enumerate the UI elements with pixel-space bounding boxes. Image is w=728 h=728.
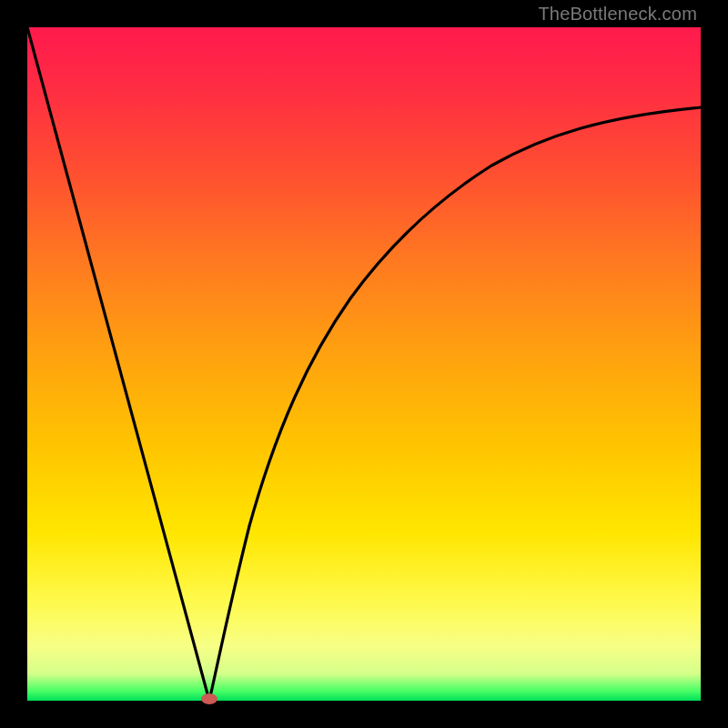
curve-path (27, 27, 701, 701)
plot-area (27, 27, 701, 701)
watermark-text: TheBottleneck.com (538, 4, 697, 25)
chart-frame: TheBottleneck.com (0, 0, 728, 728)
bottleneck-curve (27, 27, 701, 701)
optimum-marker (201, 693, 217, 704)
